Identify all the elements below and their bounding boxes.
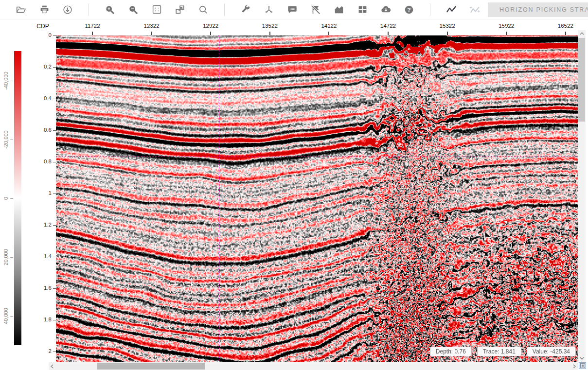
settings-wrench-button[interactable] <box>237 1 254 18</box>
colorbar-label: -40,000 <box>3 61 10 100</box>
status-readout: Depth: 0.76 Trace: 1,841 Value: -425.34 <box>430 347 576 356</box>
scroll-right-button[interactable] <box>571 362 578 370</box>
download-circle-button[interactable] <box>59 1 76 18</box>
settings-wrench-icon <box>241 4 251 15</box>
trace-readout: Trace: 1,841 <box>477 347 521 356</box>
cdp-tick-label: 11722 <box>75 23 109 29</box>
axes-3d-icon <box>264 4 274 15</box>
cdp-tick-mark <box>269 32 270 35</box>
help-button[interactable]: ? <box>401 1 417 18</box>
vertical-scrollbar[interactable] <box>578 30 586 362</box>
chevron-down-icon <box>580 357 584 360</box>
cdp-axis: CDP 117221232212922135221412214722153221… <box>0 19 588 35</box>
chevron-up-icon <box>580 32 584 35</box>
horizon-picking-strategy-button[interactable]: HORIZON PICKING STRATEGY <box>488 2 588 17</box>
cdp-tick-mark <box>92 32 93 35</box>
hide-annotations-icon <box>310 4 321 15</box>
auto-pick-polyline-icon <box>469 4 481 15</box>
cdp-tick-label: 15922 <box>489 23 523 29</box>
cdp-tick-mark <box>151 32 152 35</box>
cdp-tick-mark <box>328 32 329 35</box>
cdp-tick-label: 13522 <box>253 23 287 29</box>
zoom-out-button[interactable] <box>125 1 142 18</box>
cdp-tick-label: 15322 <box>430 23 464 29</box>
depth-readout: Depth: 0.76 <box>430 347 472 356</box>
help-icon: ? <box>404 4 414 15</box>
colorbar-tick-mark <box>10 257 13 258</box>
scroll-up-button[interactable] <box>578 30 586 37</box>
open-file-button[interactable] <box>13 1 29 18</box>
zoom-in-button[interactable] <box>102 1 118 18</box>
search-icon <box>198 4 209 15</box>
print-icon <box>39 4 50 15</box>
horizontal-scrollbar-thumb[interactable] <box>97 363 205 370</box>
fit-extents-button[interactable] <box>148 1 165 18</box>
seismic-image[interactable] <box>56 35 578 362</box>
cdp-tick-mark <box>506 32 507 35</box>
depth-tick-label: 1.2 <box>0 222 52 228</box>
cloud-download-button[interactable] <box>377 1 394 18</box>
data-table-button[interactable] <box>354 1 371 18</box>
depth-tick-label: 0.8 <box>0 159 52 164</box>
vertical-scrollbar-thumb[interactable] <box>578 38 585 122</box>
value-readout: Value: -425.34 <box>527 347 576 356</box>
colorbar-tick-mark <box>10 140 13 140</box>
horizontal-scrollbar[interactable] <box>49 362 578 370</box>
cdp-tick-label: 14122 <box>312 23 346 29</box>
cdp-tick-label: 12322 <box>135 23 169 29</box>
hide-annotations-button[interactable] <box>307 1 324 18</box>
zoom-in-icon <box>105 4 115 15</box>
zoom-out-icon <box>128 4 139 15</box>
fit-extents-icon <box>152 4 162 15</box>
open-file-icon <box>16 4 26 15</box>
svg-text:?: ? <box>408 7 411 13</box>
line-chart-icon <box>334 4 344 15</box>
annotation-comment-button[interactable] <box>284 1 301 18</box>
auto-pick-polyline-button[interactable] <box>466 1 483 18</box>
cdp-tick-mark <box>565 32 566 35</box>
cdp-tick-label: 12922 <box>194 23 228 29</box>
open-new-window-button[interactable] <box>172 1 188 18</box>
colorbar-tick-mark <box>10 316 13 317</box>
search-button[interactable] <box>195 1 212 18</box>
cdp-tick-mark <box>210 32 211 35</box>
seismic-viewer-app: ? HORIZON PICKING STRATEGY CDP 117221232… <box>0 0 588 370</box>
toolbar-separator <box>224 3 225 16</box>
cdp-tick-label: 16522 <box>549 23 583 29</box>
cdp-tick-mark <box>447 32 448 35</box>
toolbar-icon-groups: ? <box>13 1 483 18</box>
depth-tick-label: 1.6 <box>0 285 52 291</box>
depth-tick-label: 2 <box>0 348 52 354</box>
open-new-window-icon <box>175 4 185 15</box>
colorbar-label: -20,000 <box>3 120 10 159</box>
colorbar-label: 20,000 <box>3 238 10 277</box>
colorbar-label: 0 <box>3 179 10 218</box>
colorbar-label: 40,000 <box>3 297 10 335</box>
cdp-axis-title: CDP <box>30 23 55 30</box>
annotation-comment-icon <box>287 4 298 15</box>
data-table-icon <box>357 4 368 15</box>
line-chart-button[interactable] <box>331 1 347 18</box>
cloud-download-icon <box>380 4 392 15</box>
pick-polyline-button[interactable] <box>443 1 460 18</box>
layout-corner-button[interactable] <box>579 362 586 369</box>
chevron-right-icon <box>573 364 576 369</box>
seismic-section-plot: Depth: 0.76 Trace: 1,841 Value: -425.34 <box>56 35 578 362</box>
toolbar-separator <box>89 3 89 16</box>
restore-layout-icon <box>580 363 585 368</box>
pick-polyline-icon <box>445 4 457 15</box>
cdp-tick-label: 14722 <box>371 23 405 29</box>
axes-3d-button[interactable] <box>261 1 277 18</box>
colorbar-tick-mark <box>10 198 13 199</box>
cdp-tick-mark <box>388 32 389 35</box>
chevron-left-icon <box>51 364 53 369</box>
scroll-down-button[interactable] <box>578 355 586 362</box>
scroll-left-button[interactable] <box>49 362 55 370</box>
toolbar-separator <box>430 3 430 16</box>
depth-tick-label: 0 <box>0 32 52 38</box>
colorbar-tick-mark <box>10 81 13 81</box>
print-button[interactable] <box>36 1 53 18</box>
toolbar: ? HORIZON PICKING STRATEGY <box>0 0 588 19</box>
download-circle-icon <box>62 4 73 15</box>
colorbar-panel: 00.20.40.60.811.21.41.61.82-40,000-20,00… <box>0 35 56 362</box>
